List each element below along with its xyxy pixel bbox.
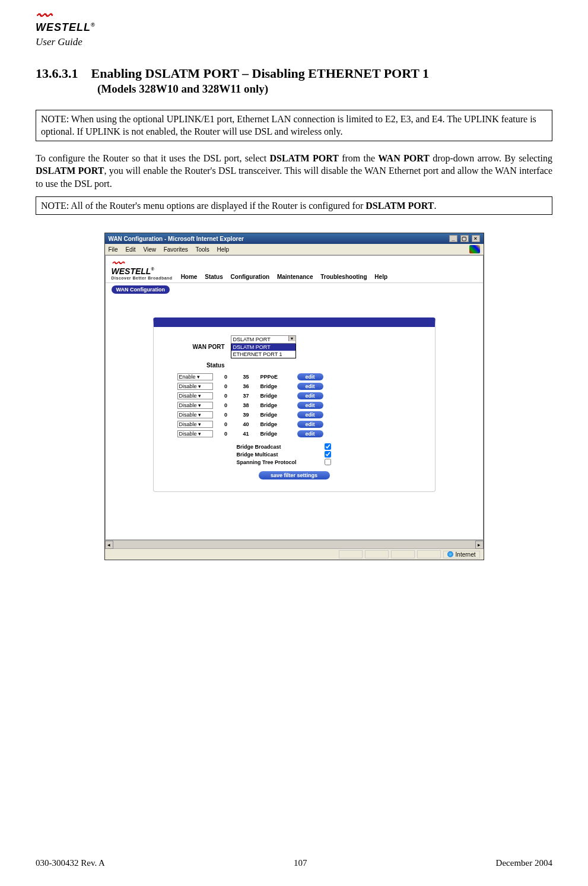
horizontal-scrollbar[interactable]: ◂ ▸ bbox=[105, 540, 484, 548]
subtab-wan-configuration[interactable]: WAN Configuration bbox=[112, 285, 170, 294]
bridge-broadcast-checkbox[interactable] bbox=[325, 443, 331, 450]
para-text: To configure the Router so that it uses … bbox=[36, 153, 269, 163]
note-box-1: NOTE: When using the optional UPLINK/E1 … bbox=[36, 110, 552, 141]
spanning-tree-label: Spanning Tree Protocol bbox=[237, 459, 320, 465]
brand-logo: 〰 WESTELL® bbox=[36, 12, 552, 34]
status-zone: Internet bbox=[443, 551, 480, 558]
wan-port-selected: DSLATM PORT bbox=[231, 336, 295, 343]
logo-swoosh-icon: 〰 bbox=[112, 261, 173, 266]
maximize-icon[interactable]: ▢ bbox=[460, 235, 469, 242]
footer-center: 107 bbox=[294, 858, 307, 868]
enable-select[interactable]: Disable ▾ bbox=[177, 402, 213, 409]
vpi-cell: 0 bbox=[220, 374, 232, 380]
vc-table: Enable ▾ 0 35 PPPoE edit Disable ▾ 0 36 … bbox=[177, 373, 411, 437]
bridge-broadcast-label: Bridge Broadcast bbox=[237, 444, 320, 450]
section-title: Enabling DSLATM PORT – Disabling ETHERNE… bbox=[91, 66, 430, 81]
edit-button[interactable]: edit bbox=[297, 373, 323, 380]
nav-status[interactable]: Status bbox=[205, 274, 223, 280]
spanning-tree-checkbox[interactable] bbox=[325, 459, 331, 465]
menu-favorites[interactable]: Favorites bbox=[164, 246, 188, 253]
edit-button[interactable]: edit bbox=[297, 383, 323, 390]
browser-content: 〰 WESTELL® Discover Better Broadband Hom… bbox=[105, 255, 484, 540]
enable-select[interactable]: Disable ▾ bbox=[177, 383, 213, 390]
edit-button[interactable]: edit bbox=[297, 392, 323, 399]
vpi-cell: 0 bbox=[220, 393, 232, 399]
globe-icon bbox=[447, 551, 453, 557]
status-chunk bbox=[365, 550, 389, 558]
bridge-multicast-checkbox[interactable] bbox=[325, 451, 331, 458]
para-text: , you will enable the Router's DSL trans… bbox=[36, 166, 552, 189]
wan-port-option-dslatm[interactable]: DSLATM PORT bbox=[231, 344, 295, 351]
vpi-cell: 0 bbox=[220, 421, 232, 427]
footer-right: December 2004 bbox=[496, 858, 552, 868]
enable-select[interactable]: Enable ▾ bbox=[177, 373, 213, 380]
wan-port-select[interactable]: DSLATM PORT ▾ bbox=[231, 335, 296, 344]
note2-text: NOTE: All of the Router's menu options a… bbox=[41, 201, 365, 211]
scroll-right-icon[interactable]: ▸ bbox=[475, 541, 484, 549]
menu-edit[interactable]: Edit bbox=[125, 246, 135, 253]
enable-select[interactable]: Disable ▾ bbox=[177, 411, 213, 418]
window-titlebar: WAN Configuration - Microsoft Internet E… bbox=[105, 233, 484, 244]
enable-select[interactable]: Disable ▾ bbox=[177, 421, 213, 428]
vpi-cell: 0 bbox=[220, 412, 232, 418]
edit-button[interactable]: edit bbox=[297, 430, 323, 437]
ie-statusbar: Internet bbox=[105, 548, 484, 560]
proto-cell: Bridge bbox=[260, 393, 290, 399]
vpi-cell: 0 bbox=[220, 402, 232, 408]
note2-text: . bbox=[434, 201, 436, 211]
edit-button[interactable]: edit bbox=[297, 421, 323, 428]
chevron-down-icon[interactable]: ▾ bbox=[288, 336, 295, 341]
table-row: Enable ▾ 0 35 PPPoE edit bbox=[177, 373, 411, 380]
table-row: Disable ▾ 0 41 Bridge edit bbox=[177, 430, 411, 437]
close-icon[interactable]: × bbox=[472, 235, 480, 242]
embedded-screenshot: WAN Configuration - Microsoft Internet E… bbox=[104, 233, 484, 560]
status-chunk bbox=[391, 550, 415, 558]
menu-tools[interactable]: Tools bbox=[195, 246, 209, 253]
minimize-icon[interactable]: _ bbox=[449, 235, 457, 242]
menu-help[interactable]: Help bbox=[217, 246, 230, 253]
nav-home[interactable]: Home bbox=[181, 274, 198, 280]
window-title: WAN Configuration - Microsoft Internet E… bbox=[109, 236, 244, 242]
edit-button[interactable]: edit bbox=[297, 402, 323, 409]
table-row: Disable ▾ 0 38 Bridge edit bbox=[177, 402, 411, 409]
router-logo: 〰 WESTELL® Discover Better Broadband bbox=[112, 261, 173, 280]
nav-troubleshooting[interactable]: Troubleshooting bbox=[320, 274, 367, 280]
logo-swoosh-icon: 〰 bbox=[36, 12, 96, 21]
enable-select[interactable]: Disable ▾ bbox=[177, 430, 213, 437]
wan-port-dropdown-open: DSLATM PORT ETHERNET PORT 1 bbox=[231, 343, 296, 358]
router-brand: WESTELL bbox=[112, 266, 151, 276]
nav-configuration[interactable]: Configuration bbox=[231, 274, 270, 280]
vci-cell: 35 bbox=[239, 374, 253, 380]
windows-flag-icon bbox=[469, 245, 480, 253]
menu-file[interactable]: File bbox=[109, 246, 118, 253]
wan-port-label: WAN PORT bbox=[177, 344, 231, 350]
vpi-cell: 0 bbox=[220, 431, 232, 437]
para-bold: DSLATM PORT bbox=[269, 153, 338, 163]
nav-help[interactable]: Help bbox=[374, 274, 387, 280]
save-filter-settings-button[interactable]: save filter settings bbox=[259, 471, 330, 479]
scroll-left-icon[interactable]: ◂ bbox=[105, 541, 113, 549]
page-footer: 030-300432 Rev. A 107 December 2004 bbox=[36, 858, 552, 868]
vpi-cell: 0 bbox=[220, 383, 232, 389]
status-zone-text: Internet bbox=[456, 551, 476, 558]
note2-bold: DSLATM PORT bbox=[365, 201, 434, 211]
section-number: 13.6.3.1 bbox=[36, 66, 78, 81]
vci-cell: 40 bbox=[239, 421, 253, 427]
nav-maintenance[interactable]: Maintenance bbox=[277, 274, 313, 280]
brand-text: WESTELL bbox=[36, 21, 91, 33]
table-row: Disable ▾ 0 36 Bridge edit bbox=[177, 383, 411, 390]
menu-view[interactable]: View bbox=[143, 246, 156, 253]
note1-text: NOTE: When using the optional UPLINK/E1 … bbox=[41, 114, 536, 137]
router-header: 〰 WESTELL® Discover Better Broadband Hom… bbox=[106, 256, 483, 283]
status-label: Status bbox=[177, 362, 231, 369]
status-chunk bbox=[339, 550, 363, 558]
proto-cell: Bridge bbox=[260, 431, 290, 437]
wan-port-option-ethernet[interactable]: ETHERNET PORT 1 bbox=[231, 351, 295, 358]
edit-button[interactable]: edit bbox=[297, 411, 323, 418]
para-bold: DSLATM PORT bbox=[36, 166, 104, 176]
wan-config-panel: WAN PORT DSLATM PORT ▾ DSLATM PORT ETHER… bbox=[153, 317, 436, 492]
vci-cell: 37 bbox=[239, 393, 253, 399]
table-row: Disable ▾ 0 40 Bridge edit bbox=[177, 421, 411, 428]
table-row: Disable ▾ 0 37 Bridge edit bbox=[177, 392, 411, 399]
enable-select[interactable]: Disable ▾ bbox=[177, 392, 213, 399]
